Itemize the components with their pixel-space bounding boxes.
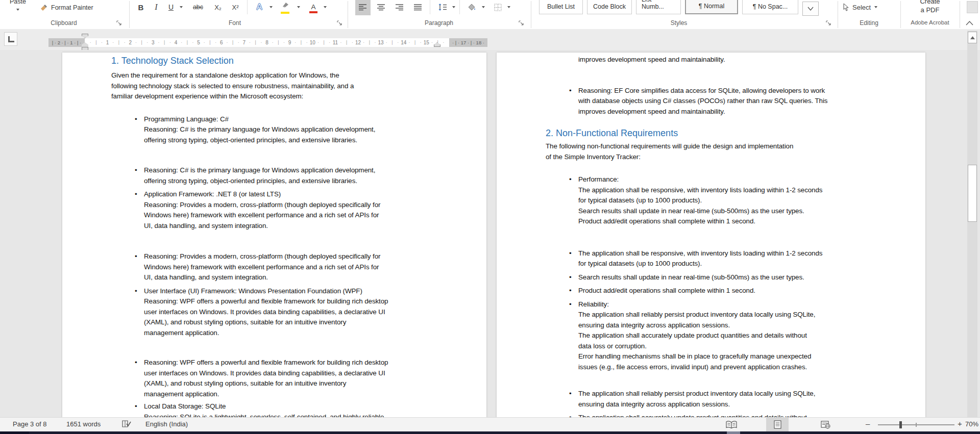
line-spacing-button[interactable]: [435, 0, 450, 15]
borders-dropdown-icon[interactable]: [507, 6, 510, 8]
format-painter-button[interactable]: Format Painter: [40, 1, 93, 14]
doc-bullet: •Reasoning: WPF offers a powerful and fl…: [111, 358, 466, 399]
print-layout-button[interactable]: [766, 418, 789, 431]
ruler-number: 10: [310, 39, 315, 46]
zoom-out-button[interactable]: –: [866, 419, 870, 428]
text-effects-button[interactable]: A: [252, 0, 266, 15]
ruler-dot: ·: [386, 39, 387, 46]
strikethrough-button[interactable]: abc: [189, 0, 207, 15]
font-color-dropdown-icon[interactable]: [324, 6, 327, 8]
shading-dropdown-icon[interactable]: [482, 6, 485, 8]
doc-text-line: UI, data handling, and system integratio…: [144, 221, 466, 232]
scroll-up-button[interactable]: [968, 32, 977, 43]
top-right-button-stub[interactable]: [967, 1, 978, 13]
acrobat-group-label: Adobe Acrobat: [901, 19, 959, 28]
align-left-button[interactable]: [355, 0, 371, 15]
styles-gallery-more-button[interactable]: [802, 2, 819, 16]
scrollbar-thumb[interactable]: [968, 165, 977, 222]
superscript-button[interactable]: X²: [228, 0, 243, 15]
vertical-scrollbar[interactable]: [967, 31, 977, 417]
borders-button[interactable]: [490, 0, 505, 15]
doc-para: The following non-functional requirement…: [546, 141, 905, 162]
style-bullet-list[interactable]: Bullet List: [539, 0, 583, 14]
doc-bullet: •Programming Language: C#Reasoning: C# i…: [111, 114, 466, 146]
font-color-letter: A: [311, 3, 315, 11]
ruler-tick: |: [141, 39, 142, 46]
style-code-block[interactable]: Code Block: [587, 0, 632, 14]
doc-text-line: Windows here) framework with excellent p…: [144, 210, 466, 221]
doc-heading: 1. Technology Stack Selection: [111, 55, 466, 67]
web-layout-button[interactable]: [814, 418, 837, 431]
align-right-button[interactable]: [392, 0, 407, 15]
ruler-dot: ·: [204, 39, 205, 46]
tab-selector[interactable]: [4, 32, 17, 46]
clipboard-dialog-launcher-icon[interactable]: [116, 20, 123, 27]
style-normal[interactable]: ¶ Normal: [685, 0, 738, 14]
font-color-bar: [309, 11, 317, 13]
doc-text-line: for typical datasets (up to 1000 product…: [578, 259, 905, 269]
ruler-tick: |: [346, 39, 347, 46]
document-page-left[interactable]: 1. Technology Stack SelectionGiven the r…: [62, 53, 486, 417]
zoom-slider[interactable]: [878, 424, 954, 425]
select-dropdown-icon[interactable]: [874, 6, 877, 8]
underline-dropdown-icon[interactable]: [180, 6, 183, 8]
page-indicator[interactable]: Page 3 of 8: [13, 420, 47, 428]
highlight-dropdown-icon[interactable]: [297, 6, 300, 8]
proofing-icon[interactable]: [121, 420, 132, 428]
zoom-slider-thumb[interactable]: [899, 421, 902, 428]
font-dialog-launcher-icon[interactable]: [337, 20, 344, 27]
paragraph-dialog-launcher-icon[interactable]: [519, 20, 525, 27]
doc-text-line: The application shall be responsive, wit…: [578, 248, 905, 259]
doc-cont: improves development speed and maintaina…: [546, 55, 905, 65]
paste-dropdown-icon[interactable]: [16, 9, 19, 11]
line-spacing-dropdown-icon[interactable]: [452, 6, 455, 8]
ruler-tick: |: [278, 39, 279, 46]
document-page-right[interactable]: improves development speed and maintaina…: [497, 53, 925, 417]
first-line-indent-marker[interactable]: [82, 34, 88, 38]
doc-text-line: Local Data Storage: SQLite: [144, 401, 466, 412]
word-count[interactable]: 1651 words: [66, 420, 101, 428]
ribbon: Paste Format Painter Clipboard B I U abc…: [0, 0, 980, 30]
paste-button[interactable]: Paste: [4, 0, 32, 16]
small-divider: [247, 0, 248, 14]
subscript-button[interactable]: X₂: [210, 0, 226, 15]
bullet-glyph: •: [135, 114, 137, 125]
ruler-dot: ·: [192, 39, 194, 46]
doc-bullet: •The application shall accurately update…: [546, 413, 905, 417]
doc-text-line: Reasoning: C# is the primary language fo…: [144, 124, 466, 135]
bullet-glyph: •: [569, 272, 572, 283]
collapse-ribbon-icon[interactable]: [966, 20, 974, 27]
shading-button[interactable]: [464, 0, 480, 15]
doc-text-line: management application.: [144, 389, 466, 400]
ruler-tick: |: [95, 39, 96, 46]
style-list-number[interactable]: List Numb...: [636, 0, 681, 14]
styles-dialog-launcher-icon[interactable]: [826, 20, 832, 27]
select-label: Select: [852, 4, 871, 11]
italic-button[interactable]: I: [150, 0, 162, 15]
doc-text-line: Reasoning: WPF offers a powerful and fle…: [144, 296, 466, 307]
font-color-button[interactable]: A: [306, 0, 321, 15]
align-center-button[interactable]: [374, 0, 389, 15]
highlight-color-button[interactable]: [278, 0, 293, 15]
doc-bullet: •Performance:The application shall be re…: [546, 174, 905, 227]
bold-button[interactable]: B: [134, 0, 148, 15]
create-pdf-button[interactable]: Create a PDF: [904, 0, 955, 14]
paste-label: Paste: [4, 0, 32, 5]
format-painter-label: Format Painter: [51, 4, 93, 11]
read-mode-button[interactable]: [720, 418, 743, 431]
ruler-tick: |: [391, 39, 393, 46]
doc-bullet: •Application Framework: .NET 8 (or lates…: [111, 189, 466, 231]
doc-text-line: The application shall reliably persist p…: [578, 310, 905, 320]
select-button[interactable]: Select: [843, 0, 894, 15]
ruler-number: 8: [265, 39, 268, 46]
style-no-spacing[interactable]: ¶ No Spac...: [742, 0, 798, 14]
text-effects-dropdown-icon[interactable]: [270, 6, 273, 8]
language-indicator[interactable]: English (India): [145, 420, 188, 428]
doc-text-line: Product add/edit operations shall comple…: [578, 216, 905, 227]
zoom-level[interactable]: 70%: [965, 420, 978, 428]
zoom-in-button[interactable]: +: [958, 419, 962, 428]
ruler-dot: ·: [329, 39, 330, 46]
justify-button[interactable]: [410, 0, 426, 15]
doc-text-line: Search results shall update in near real…: [578, 206, 905, 217]
underline-button[interactable]: U: [164, 0, 178, 15]
